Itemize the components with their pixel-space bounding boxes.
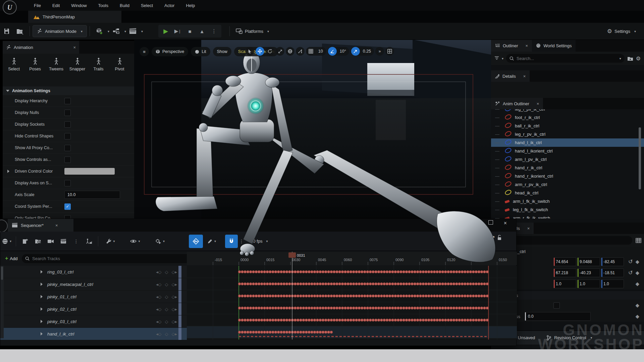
sequencer-timeline[interactable]: -015000000150030004500600075009001050120… xyxy=(187,252,517,340)
anim-control-item[interactable]: — hand_r_ik_ctrl xyxy=(491,164,644,172)
setting-checkbox[interactable] xyxy=(64,133,71,139)
value-z-input[interactable]: 1.0 xyxy=(601,280,624,288)
viewport-layout-button[interactable] xyxy=(385,47,394,56)
next-key-icon[interactable]: ◇▸ xyxy=(172,282,177,287)
tool-button[interactable]: Pivot xyxy=(109,58,130,71)
anim-control-item[interactable]: — leg_r_pv_ik_ctrl xyxy=(491,130,644,138)
menu-item[interactable]: Help xyxy=(180,0,201,11)
tab-world-settings[interactable]: World Settings xyxy=(532,40,576,52)
angle-snap-button[interactable] xyxy=(328,47,337,56)
anim-control-item[interactable]: — head_ik_ctrl xyxy=(491,189,644,197)
anim-control-item[interactable]: — foot_r_ik_ctrl xyxy=(491,113,644,122)
menu-item[interactable]: Tools xyxy=(93,0,114,11)
move-tool-button[interactable] xyxy=(256,47,264,56)
snap-options-kebab[interactable]: ⋮ xyxy=(238,235,245,248)
setting-checkbox[interactable] xyxy=(64,98,71,104)
anim-control-item[interactable]: — hand_r_ikorient_ctrl xyxy=(491,172,644,180)
anim-control-item[interactable]: — leg_l_fk_ik_switch xyxy=(491,205,644,214)
scale-snap-value[interactable]: 0.25 xyxy=(361,49,373,54)
add-track-button[interactable]: + Add xyxy=(2,254,20,263)
sequencer-track-row[interactable]: pinky_01_l_ctrl ◂◇ ◇ ◇▸ xyxy=(0,291,187,303)
unlock-icon[interactable] xyxy=(497,235,502,240)
anim-control-item[interactable]: — hand_l_ik_ctrl xyxy=(491,138,644,147)
setting-input[interactable]: 10.0 xyxy=(64,191,120,199)
launch-button[interactable]: ▲ xyxy=(196,26,208,37)
camera-button[interactable] xyxy=(44,235,57,248)
expand-arrow-icon[interactable] xyxy=(41,270,43,274)
tab-outliner[interactable]: Outliner × xyxy=(491,40,532,52)
grid-snap-value[interactable]: 10 xyxy=(316,49,325,54)
setting-checkbox[interactable] xyxy=(64,110,71,116)
menu-item[interactable]: Select xyxy=(135,0,159,11)
prev-key-icon[interactable]: ◂◇ xyxy=(156,282,162,287)
flag-checkbox[interactable] xyxy=(553,302,560,309)
chevron-down-icon[interactable]: ▾ xyxy=(141,29,143,33)
close-button[interactable]: × xyxy=(504,220,507,226)
unreal-logo-icon[interactable]: U xyxy=(3,0,17,14)
surface-snap-button[interactable] xyxy=(296,47,305,56)
close-icon[interactable]: × xyxy=(537,101,539,106)
value-x-input[interactable]: 1.0 xyxy=(553,280,576,288)
next-key-icon[interactable]: ◇▸ xyxy=(172,307,177,312)
tool-button[interactable]: Snapper xyxy=(67,58,88,71)
tab-animation[interactable]: Animation × xyxy=(3,41,79,54)
scale-snap-button[interactable] xyxy=(351,47,360,56)
tab-sequencer[interactable]: Sequencer* × xyxy=(8,219,73,232)
keyframe-diamond-icon[interactable]: ◆ xyxy=(635,313,639,319)
grid-snap-button[interactable] xyxy=(307,47,315,56)
anim-control-item[interactable]: — arm_r_pv_ik_ctrl xyxy=(491,180,644,189)
color-swatch[interactable] xyxy=(64,168,115,175)
anim-control-item[interactable]: — ball_r_ik_ctrl xyxy=(491,122,644,130)
sequence-browse-world-button[interactable]: ▾ xyxy=(0,235,13,248)
sequencer-track-row[interactable]: pinky_02_l_ctrl ◂◇ ◇ ◇▸ xyxy=(0,303,187,315)
filter-icon[interactable] xyxy=(494,56,500,61)
value-y-input[interactable]: 9.0488 xyxy=(577,257,600,266)
prev-key-icon[interactable]: ◂◇ xyxy=(156,307,162,312)
sequencer-settings-button[interactable]: ▾ xyxy=(101,235,120,248)
close-icon[interactable]: × xyxy=(526,43,528,48)
close-icon[interactable]: × xyxy=(527,226,530,231)
value-x-input[interactable]: 67.218 xyxy=(553,268,576,277)
revert-icon[interactable]: ↺ xyxy=(628,258,633,265)
setting-checkbox[interactable] xyxy=(64,145,71,151)
expand-arrow-icon[interactable] xyxy=(41,295,43,298)
tab-anim-outliner[interactable]: Anim Outliner × xyxy=(491,98,543,109)
angle-snap-value[interactable]: 10° xyxy=(337,49,348,54)
chevron-down-icon[interactable]: ▾ xyxy=(502,57,503,60)
tool-button[interactable]: Trails xyxy=(88,58,109,71)
menu-item[interactable]: Edit xyxy=(47,0,65,11)
gear-icon[interactable]: ⚙ xyxy=(636,55,641,62)
add-key-icon[interactable]: ◇ xyxy=(165,282,168,287)
sequencer-track-row[interactable]: pinky_metacarpal_l_ctrl ◂◇ ◇ ◇▸ xyxy=(0,278,187,291)
stop-button[interactable]: ■ xyxy=(184,26,196,37)
anim-control-item[interactable]: — leg_l_pv_ik_ctrl xyxy=(491,109,644,113)
value-y-input[interactable]: -40.23 xyxy=(577,268,600,277)
expand-arrow-icon[interactable] xyxy=(41,332,43,336)
browse-sequence-button[interactable] xyxy=(32,235,44,248)
browse-content-button[interactable] xyxy=(13,25,27,37)
prev-key-icon[interactable]: ◂◇ xyxy=(156,331,162,337)
perspective-selector[interactable]: Perspective xyxy=(152,47,188,56)
revision-control-button[interactable]: Revision Control ▾ xyxy=(546,335,592,341)
menu-item[interactable]: Build xyxy=(114,0,135,11)
add-key-icon[interactable]: ◇ xyxy=(165,269,168,275)
tool-button[interactable]: Poses xyxy=(24,58,46,71)
tab-thirdpersonmap[interactable]: ThirdPersonMap xyxy=(28,11,121,23)
outliner-search-input[interactable]: Search... ▾ xyxy=(506,54,625,63)
sequencer-options-kebab[interactable]: ⋮ xyxy=(70,235,83,248)
keyframe-diamond-icon[interactable]: ◆ xyxy=(635,302,639,308)
track-search-input[interactable]: Search Tracks xyxy=(22,254,192,263)
maximize-button[interactable] xyxy=(488,220,493,226)
setting-checkbox[interactable]: ✓ xyxy=(64,203,71,210)
keyframe-diamond-icon[interactable]: ◆ xyxy=(635,259,639,265)
add-key-icon[interactable]: ◇ xyxy=(165,294,168,299)
add-track-actor-button[interactable] xyxy=(83,235,95,248)
close-icon[interactable]: × xyxy=(55,223,58,228)
playback-options-button[interactable]: ▾ xyxy=(151,235,169,248)
sequencer-track-row[interactable]: pinky_03_l_ctrl ◂◇ ◇ ◇▸ xyxy=(0,315,187,328)
edit-mode-button[interactable]: ▾ xyxy=(203,235,220,248)
show-menu-button[interactable]: Show xyxy=(213,47,231,56)
scale-tool-button[interactable] xyxy=(276,47,284,56)
cinematics-button[interactable] xyxy=(126,25,140,37)
anim-control-item[interactable]: — arm_l_pv_ik_ctrl xyxy=(491,155,644,164)
